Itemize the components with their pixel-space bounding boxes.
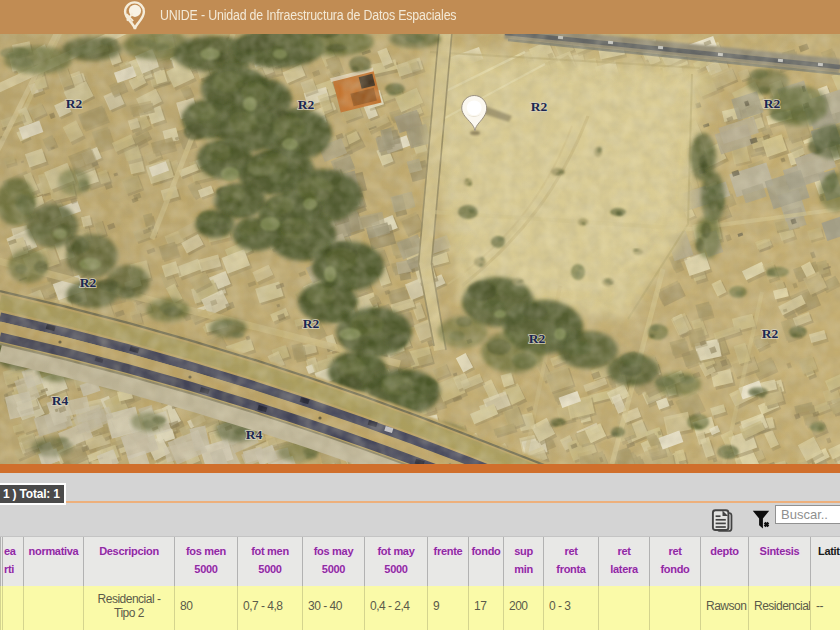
svg-text:R2: R2 xyxy=(529,331,546,346)
svg-text:R2: R2 xyxy=(531,99,548,114)
svg-text:R2: R2 xyxy=(764,96,781,111)
svg-text:R2: R2 xyxy=(303,316,320,331)
svg-text:R2: R2 xyxy=(298,97,315,112)
svg-text:R2: R2 xyxy=(762,326,779,341)
svg-text:R4: R4 xyxy=(52,393,69,408)
svg-text:R4: R4 xyxy=(246,427,263,442)
svg-text:R2: R2 xyxy=(66,96,83,111)
svg-text:R2: R2 xyxy=(80,275,97,290)
